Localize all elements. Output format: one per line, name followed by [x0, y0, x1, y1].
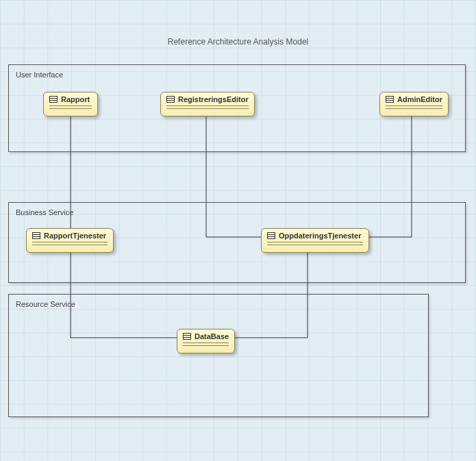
class-name-oppdaterings-tjenester: OppdateringsTjenester [279, 232, 361, 240]
class-rapport-tjenester[interactable]: RapportTjenester [26, 228, 114, 253]
class-icon [386, 96, 394, 103]
layer-label-ui: User Interface [16, 71, 63, 79]
svg-rect-4 [167, 97, 175, 103]
class-name-admin-editor: AdminEditor [397, 95, 442, 103]
class-database[interactable]: DataBase [177, 329, 235, 353]
class-name-rapport-tjenester: RapportTjenester [44, 232, 106, 240]
class-name-database: DataBase [195, 332, 229, 340]
class-icon [49, 96, 58, 103]
class-icon [267, 232, 275, 239]
class-admin-editor[interactable]: AdminEditor [379, 92, 449, 116]
svg-rect-13 [268, 233, 275, 239]
class-icon [32, 232, 40, 239]
svg-rect-1 [50, 97, 58, 103]
layer-label-business: Business Service [16, 208, 73, 216]
class-icon [166, 96, 175, 103]
svg-rect-16 [184, 334, 191, 340]
layer-label-resource: Resource Service [16, 300, 75, 308]
diagram-title: Reference Architecture Analysis Model [0, 37, 476, 47]
svg-rect-7 [386, 97, 394, 103]
class-name-registrerings-editor: RegistreringsEditor [178, 95, 249, 103]
svg-rect-10 [33, 233, 40, 239]
layer-resource-service: Resource Service [8, 294, 429, 417]
class-oppdaterings-tjenester[interactable]: OppdateringsTjenester [261, 228, 369, 253]
class-name-rapport: Rapport [61, 95, 90, 103]
class-rapport[interactable]: Rapport [43, 92, 98, 116]
class-registrerings-editor[interactable]: RegistreringsEditor [160, 92, 255, 116]
class-icon [183, 333, 191, 340]
